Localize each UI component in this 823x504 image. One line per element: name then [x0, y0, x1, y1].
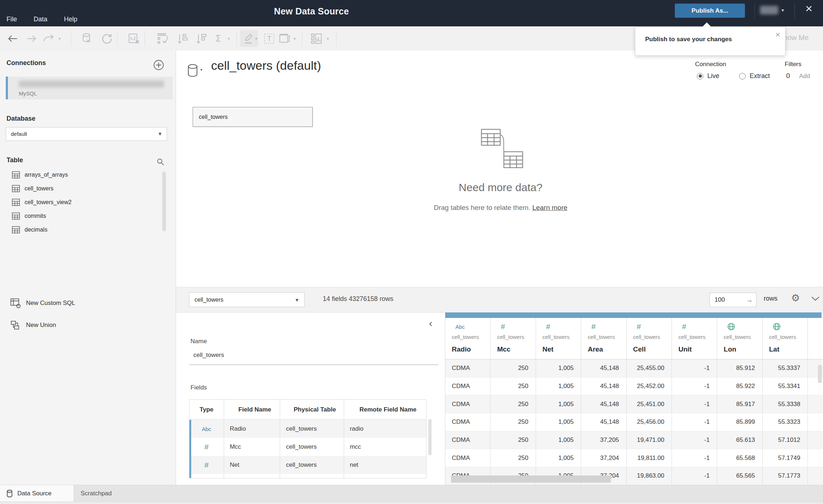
table-node-cell-towers[interactable]: cell_towers [193, 107, 313, 127]
tab-scratchpad[interactable]: Scratchpad [74, 485, 112, 502]
menu-data[interactable]: Data [34, 16, 47, 23]
grid-cell: 250 [490, 378, 536, 396]
grid-column-header-mcc[interactable]: #cell_towersMcc [490, 318, 536, 359]
connection-item[interactable]: MySQL [6, 77, 173, 99]
connection-type-label: MySQL [19, 90, 37, 96]
text-label-icon[interactable] [264, 33, 275, 44]
fields-row-partial[interactable] [189, 474, 426, 478]
grid-column-header-lat[interactable]: cell_towersLat [763, 318, 808, 359]
grid-cell: CDMA [445, 449, 490, 467]
grid-cell: -1 [672, 378, 717, 396]
highlight-caret-icon[interactable]: ▾ [255, 36, 257, 41]
grid-header-row: Abccell_towersRadio#cell_towersMcc#cell_… [445, 318, 823, 359]
column-field-name: Lon [724, 345, 736, 353]
grid-cell: -1 [672, 359, 717, 378]
tab-data-source[interactable]: Data Source [0, 485, 74, 502]
sidebar-table-item-arrays_of_arrays[interactable]: arrays_of_arrays [0, 168, 166, 182]
column-table-name: cell_towers [543, 334, 570, 340]
refresh-icon[interactable] [101, 33, 113, 44]
replay-caret-icon[interactable]: ▾ [59, 36, 61, 41]
fields-row-net[interactable]: #Netcell_towersnet [189, 456, 426, 474]
grid-column-header-net[interactable]: #cell_towersNet [536, 318, 581, 359]
table-list-scrollbar[interactable] [162, 172, 166, 231]
table-grid-icon [12, 185, 20, 193]
connection-extract-radio[interactable]: Extract [739, 72, 770, 80]
highlight-pen-icon[interactable] [244, 33, 254, 44]
grid-cell: 25,456.00 [627, 413, 672, 431]
grid-column-header-radio[interactable]: Abccell_towersRadio [445, 318, 490, 359]
grid-cell-partial [808, 413, 823, 431]
menu-file[interactable]: File [7, 16, 17, 23]
toolbar-divider [336, 30, 337, 46]
apply-rows-arrow-icon[interactable]: → [746, 293, 753, 307]
grid-vertical-scrollbar[interactable] [818, 365, 822, 383]
connection-section-label: Connection [695, 61, 726, 68]
swap-rows-columns-icon[interactable] [157, 33, 170, 44]
sidebar-table-item-decimals[interactable]: decimals [0, 223, 166, 237]
undo-icon[interactable] [7, 34, 18, 43]
grid-column-header-area[interactable]: #cell_towersArea [581, 318, 626, 359]
grid-column-header-cell[interactable]: #cell_towersCell [627, 318, 672, 359]
status-bar [0, 501, 823, 504]
preview-select-caret-icon: ▼ [295, 293, 299, 307]
collapse-panel-chevron-icon[interactable]: ‹ [429, 318, 432, 328]
number-type-icon: # [205, 461, 209, 469]
preview-chevron-down-icon[interactable] [811, 296, 820, 303]
table-item-label: cell_towers_view2 [25, 199, 72, 206]
menu-help[interactable]: Help [64, 16, 77, 23]
show-me-panel-icon[interactable] [311, 33, 324, 44]
datasource-caret-icon[interactable]: ▾ [200, 67, 202, 72]
new-union-button[interactable]: New Union [10, 320, 56, 331]
sort-ascending-icon[interactable] [177, 33, 189, 44]
row-count-input[interactable]: 100 → [710, 293, 756, 307]
column-field-name: Lat [769, 345, 780, 353]
remote-field-name-cell: mcc [344, 438, 426, 456]
toolbar-divider [236, 30, 237, 46]
grid-body: CDMA2501,00545,14825,455.00-185.91255.33… [445, 359, 823, 485]
preview-settings-gear-icon[interactable]: ⚙ [791, 292, 800, 304]
column-table-name: cell_towers [769, 334, 796, 340]
titlebar-divider [794, 3, 795, 19]
sidebar-table-item-cell_towers_view2[interactable]: cell_towers_view2 [0, 195, 166, 209]
fit-size-icon[interactable] [279, 34, 291, 44]
learn-more-link[interactable]: Learn more [532, 204, 567, 211]
filters-add-link[interactable]: Add [799, 73, 810, 80]
sidebar-table-item-cell_towers[interactable]: cell_towers [0, 182, 166, 195]
new-custom-sql-button[interactable]: New Custom SQL [10, 298, 75, 309]
name-label: Name [190, 338, 207, 345]
sort-descending-icon[interactable] [196, 33, 208, 44]
fields-row-radio[interactable]: AbcRadiocell_towersradio [189, 420, 426, 438]
table-search-icon[interactable] [156, 158, 165, 168]
datasource-title: cell_towers (default) [211, 59, 321, 73]
grid-column-header-lon[interactable]: cell_towersLon [717, 318, 762, 359]
new-datasource-icon[interactable] [82, 33, 93, 44]
user-account-chip[interactable] [760, 6, 778, 14]
grid-column-header-unit[interactable]: #cell_towersUnit [672, 318, 717, 359]
grid-row-2: CDMA2501,00545,14825,452.00-185.92255.33… [445, 378, 823, 396]
name-value[interactable]: cell_towers [193, 352, 224, 359]
column-type-icon-wrap [773, 322, 781, 331]
fields-table-scrollbar[interactable] [428, 419, 432, 455]
publish-as-button[interactable]: Publish As... [675, 4, 745, 18]
add-connection-icon[interactable] [153, 60, 164, 72]
redo-icon[interactable] [26, 34, 37, 43]
grid-cell: 85.917 [717, 395, 762, 413]
datasource-icon[interactable]: ▾ [187, 64, 202, 77]
tooltip-close-icon[interactable]: × [775, 30, 780, 40]
grid-horizontal-scrollbar[interactable] [451, 475, 611, 483]
user-caret-icon[interactable]: ▾ [781, 7, 784, 13]
sidebar-table-item-commits[interactable]: commits [0, 209, 166, 223]
connection-name-redacted [19, 81, 164, 87]
show-me-caret-icon[interactable]: ▾ [327, 36, 329, 41]
fit-caret-icon[interactable]: ▾ [293, 36, 296, 41]
fields-row-mcc[interactable]: #Mcccell_towersmcc [189, 438, 426, 456]
connection-live-radio[interactable]: Live [697, 72, 719, 80]
database-select[interactable]: default ▼ [6, 127, 167, 141]
totals-sigma-icon[interactable]: Σ [215, 34, 221, 44]
preview-table-select[interactable]: cell_towers ▼ [189, 292, 305, 307]
window-close-icon[interactable]: × [805, 2, 813, 14]
totals-caret-icon[interactable]: ▾ [228, 36, 230, 41]
replay-icon[interactable] [43, 34, 55, 43]
grid-cell: 65.565 [717, 467, 762, 485]
pause-updates-icon[interactable] [128, 33, 140, 44]
